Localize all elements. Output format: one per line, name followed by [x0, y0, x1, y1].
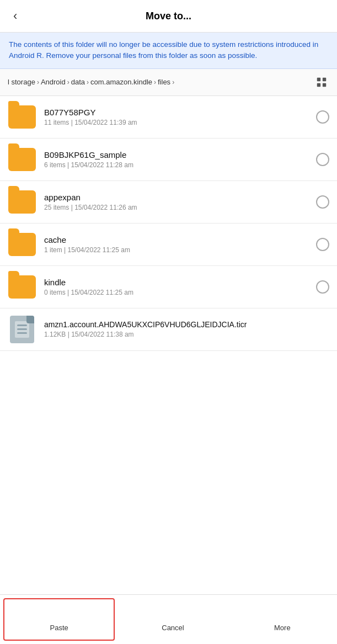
file-meta: 25 items | 15/04/2022 11:26 am	[44, 204, 311, 211]
more-button[interactable]: More	[228, 595, 337, 644]
breadcrumb-sep-2: ›	[87, 78, 89, 86]
list-item[interactable]: B09BJKP61G_sample 6 items | 15/04/2022 1…	[0, 139, 337, 181]
file-meta: 0 items | 15/04/2022 11:25 am	[44, 289, 311, 296]
file-meta: 1 item | 15/04/2022 11:25 am	[44, 246, 311, 254]
radio-button[interactable]	[316, 195, 329, 209]
file-name: amzn1.account.AHDWA5UKXCIP6VHUD6GLJEIDJC…	[44, 320, 329, 329]
list-item[interactable]: appexpan 25 items | 15/04/2022 11:26 am	[0, 181, 337, 223]
list-item[interactable]: kindle 0 items | 15/04/2022 11:25 am	[0, 266, 337, 308]
file-doc-line	[17, 328, 27, 330]
file-info: kindle 0 items | 15/04/2022 11:25 am	[44, 278, 311, 296]
grid-icon	[315, 76, 328, 88]
list-item[interactable]: cache 1 item | 15/04/2022 11:25 am	[0, 223, 337, 266]
file-doc-icon	[10, 316, 34, 343]
cancel-label: Cancel	[162, 624, 184, 632]
paste-label: Paste	[50, 624, 68, 632]
grid-view-button[interactable]	[314, 74, 329, 90]
folder-icon	[8, 275, 36, 299]
file-doc-inner	[15, 321, 29, 338]
cancel-button[interactable]: Cancel	[118, 595, 227, 644]
more-label: More	[274, 624, 291, 632]
header: ‹ Move to...	[0, 0, 337, 33]
breadcrumb-part-4[interactable]: files	[158, 78, 170, 86]
warning-banner: The contents of this folder will no long…	[0, 33, 337, 69]
folder-icon-wrap	[8, 103, 36, 131]
bottom-toolbar: Paste Cancel More	[0, 594, 337, 644]
file-meta: 1.12KB | 15/04/2022 11:38 am	[44, 331, 329, 338]
list-item[interactable]: amzn1.account.AHDWA5UKXCIP6VHUD6GLJEIDJC…	[0, 308, 337, 351]
svg-rect-1	[323, 77, 326, 81]
breadcrumb-row: l storage › Android › data › com.amazon.…	[0, 69, 337, 96]
folder-icon	[8, 233, 36, 256]
file-name: kindle	[44, 278, 311, 287]
folder-icon	[8, 105, 36, 129]
svg-rect-3	[323, 83, 326, 86]
breadcrumb-sep-3: ›	[154, 78, 156, 86]
back-button[interactable]: ‹	[9, 8, 22, 24]
radio-button[interactable]	[316, 238, 329, 251]
breadcrumb-part-2[interactable]: data	[71, 78, 85, 86]
breadcrumb-sep-4: ›	[172, 78, 174, 86]
file-name: B09BJKP61G_sample	[44, 150, 311, 159]
file-meta: 11 items | 15/04/2022 11:39 am	[44, 119, 311, 126]
radio-button[interactable]	[316, 110, 329, 124]
file-icon-wrap	[8, 315, 36, 344]
folder-icon-wrap	[8, 230, 36, 259]
file-name: B077Y58PGY	[44, 108, 311, 117]
svg-rect-0	[317, 77, 320, 81]
folder-icon	[8, 190, 36, 214]
folder-icon-wrap	[8, 188, 36, 216]
file-list: B077Y58PGY 11 items | 15/04/2022 11:39 a…	[0, 96, 337, 595]
file-info: cache 1 item | 15/04/2022 11:25 am	[44, 235, 311, 254]
warning-text: The contents of this folder will no long…	[9, 39, 328, 62]
file-doc-line	[17, 332, 27, 334]
radio-button[interactable]	[316, 280, 329, 294]
breadcrumb-part-0[interactable]: l storage	[8, 78, 35, 86]
file-doc-line	[17, 324, 27, 326]
file-info: appexpan 25 items | 15/04/2022 11:26 am	[44, 193, 311, 211]
file-info: B077Y58PGY 11 items | 15/04/2022 11:39 a…	[44, 108, 311, 126]
breadcrumb[interactable]: l storage › Android › data › com.amazon.…	[8, 78, 175, 86]
file-name: appexpan	[44, 193, 311, 202]
radio-button[interactable]	[316, 153, 329, 166]
file-info: amzn1.account.AHDWA5UKXCIP6VHUD6GLJEIDJC…	[44, 320, 329, 338]
page-title: Move to...	[146, 10, 191, 22]
breadcrumb-sep-0: ›	[37, 78, 39, 86]
file-meta: 6 items | 15/04/2022 11:28 am	[44, 161, 311, 169]
svg-rect-2	[317, 83, 320, 86]
paste-button[interactable]: Paste	[3, 598, 115, 641]
folder-icon-wrap	[8, 273, 36, 301]
list-item[interactable]: B077Y58PGY 11 items | 15/04/2022 11:39 a…	[0, 96, 337, 139]
file-info: B09BJKP61G_sample 6 items | 15/04/2022 1…	[44, 150, 311, 169]
folder-icon-wrap	[8, 145, 36, 174]
breadcrumb-part-1[interactable]: Android	[41, 78, 66, 86]
breadcrumb-part-3[interactable]: com.amazon.kindle	[90, 78, 152, 86]
breadcrumb-sep-1: ›	[67, 78, 69, 86]
file-name: cache	[44, 235, 311, 244]
folder-icon	[8, 148, 36, 171]
